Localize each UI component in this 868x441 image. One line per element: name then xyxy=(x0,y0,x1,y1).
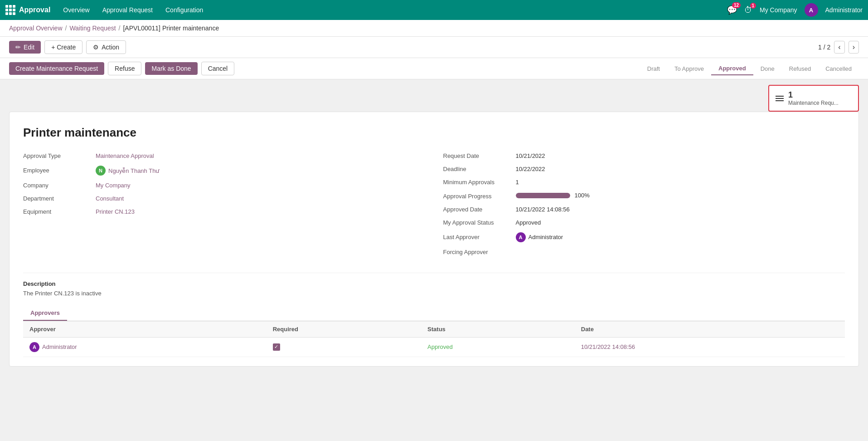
status-approved: Approved xyxy=(711,62,753,75)
tab-header: Approvers xyxy=(23,306,845,321)
employee-avatar: N xyxy=(96,166,106,176)
progress-bar-bg xyxy=(516,193,570,198)
lines-icon xyxy=(776,96,784,101)
prev-page-button[interactable]: ‹ xyxy=(834,41,844,54)
company-value[interactable]: My Company xyxy=(96,182,131,189)
nav-approval-request[interactable]: Approval Request xyxy=(97,4,158,16)
page-info: 1 / 2 xyxy=(818,44,830,51)
field-employee: Employee N Nguyễn Thanh Thư xyxy=(23,166,425,176)
action-bar: Create Maintenance Request Refuse Mark a… xyxy=(0,58,868,79)
approver-cell: A Administrator xyxy=(23,337,267,357)
form-left-col: Approval Type Maintenance Approval Emplo… xyxy=(23,152,425,262)
status-to-approve: To Approve xyxy=(667,63,711,75)
status-cell: Approved xyxy=(421,337,575,357)
progress-container: 100% xyxy=(516,192,590,199)
request-date-value: 10/21/2022 xyxy=(516,152,545,159)
messages-badge: 12 xyxy=(732,2,741,8)
breadcrumb-item-2[interactable]: Waiting Request xyxy=(69,24,116,32)
breadcrumb-item-3: [APVL00011] Printer maintenance xyxy=(123,24,219,32)
progress-bar-fill xyxy=(516,193,570,198)
deadline-value: 10/22/2022 xyxy=(516,166,545,172)
field-minimum-approvals: Minimum Approvals 1 xyxy=(443,179,845,186)
col-date: Date xyxy=(575,321,845,338)
activity-badge: 1 xyxy=(750,3,756,9)
last-approver-field: A Administrator xyxy=(516,232,563,242)
breadcrumb: Approval Overview / Waiting Request / [A… xyxy=(0,20,868,37)
col-approver: Approver xyxy=(23,321,267,338)
required-cell xyxy=(267,337,421,357)
my-approval-status-value: Approved xyxy=(516,219,541,226)
status-bar: Draft To Approve Approved Done Refused C… xyxy=(640,62,859,75)
status-draft: Draft xyxy=(640,63,667,75)
field-last-approver: Last Approver A Administrator xyxy=(443,232,845,242)
grid-icon xyxy=(5,5,15,15)
maintenance-request-panel[interactable]: 1 Maintenance Requ... xyxy=(768,85,859,112)
table-row: A Administrator Approved xyxy=(23,337,845,357)
field-my-approval-status: My Approval Status Approved xyxy=(443,219,845,226)
activity-button[interactable]: ⏱ 1 xyxy=(744,5,752,15)
cancel-button[interactable]: Cancel xyxy=(201,62,235,75)
status-cancelled: Cancelled xyxy=(818,63,859,75)
last-approver-avatar: A xyxy=(516,232,526,242)
approver-name[interactable]: Administrator xyxy=(42,343,77,350)
field-approved-date: Approved Date 10/21/2022 14:08:56 xyxy=(443,206,845,213)
edit-icon: ✏ xyxy=(15,44,21,51)
form-columns: Approval Type Maintenance Approval Emplo… xyxy=(23,152,845,262)
top-nav: Approval Overview Approval Request Confi… xyxy=(0,0,868,20)
user-avatar[interactable]: A xyxy=(805,3,818,17)
col-status: Status xyxy=(421,321,575,338)
employee-field: N Nguyễn Thanh Thư xyxy=(96,166,159,176)
minimum-approvals-value: 1 xyxy=(516,179,519,186)
refuse-button[interactable]: Refuse xyxy=(108,62,141,75)
nav-configuration[interactable]: Configuration xyxy=(160,4,209,16)
gear-icon: ⚙ xyxy=(93,44,99,51)
equipment-value[interactable]: Printer CN.123 xyxy=(96,208,135,215)
field-department: Department Consultant xyxy=(23,195,425,202)
next-page-button[interactable]: › xyxy=(849,41,859,54)
breadcrumb-item-1[interactable]: Approval Overview xyxy=(9,24,63,32)
field-company: Company My Company xyxy=(23,182,425,189)
top-nav-right: 💬 12 ⏱ 1 My Company A Administrator xyxy=(727,3,863,17)
approved-date-value: 10/21/2022 14:08:56 xyxy=(516,206,570,213)
form-card: Printer maintenance Approval Type Mainte… xyxy=(9,112,859,367)
field-deadline: Deadline 10/22/2022 xyxy=(443,166,845,172)
breadcrumb-sep-1: / xyxy=(65,24,67,32)
breadcrumb-sep-2: / xyxy=(119,24,121,32)
approver-avatar: A xyxy=(29,342,39,352)
create-maintenance-button[interactable]: Create Maintenance Request xyxy=(9,62,104,75)
action-button[interactable]: ⚙ Action xyxy=(86,40,126,54)
approval-type-value[interactable]: Maintenance Approval xyxy=(96,152,154,159)
field-forcing-approver: Forcing Approver xyxy=(443,249,845,255)
col-required: Required xyxy=(267,321,421,338)
messages-button[interactable]: 💬 12 xyxy=(727,5,737,15)
approver-employee: A Administrator xyxy=(29,342,260,352)
mark-as-done-button[interactable]: Mark as Done xyxy=(145,62,197,75)
main-content: 1 Maintenance Requ... Printer maintenanc… xyxy=(0,79,868,376)
required-checkbox xyxy=(273,343,280,351)
employee-value[interactable]: Nguyễn Thanh Thư xyxy=(108,167,159,174)
toolbar: ✏ Edit + Create ⚙ Action 1 / 2 ‹ › xyxy=(0,37,868,58)
description-section: Description The Printer CN.123 is inacti… xyxy=(23,273,845,297)
pagination: 1 / 2 ‹ › xyxy=(818,41,859,54)
app-icon[interactable]: Approval xyxy=(5,5,50,15)
approvers-table: Approver Required Status Date A xyxy=(23,321,845,357)
description-text: The Printer CN.123 is inactive xyxy=(23,290,845,297)
user-name[interactable]: Administrator xyxy=(825,6,863,14)
department-value[interactable]: Consultant xyxy=(96,195,124,202)
create-button[interactable]: + Create xyxy=(44,40,82,54)
tab-section: Approvers Approver Required Status Date xyxy=(23,306,845,357)
field-equipment: Equipment Printer CN.123 xyxy=(23,208,425,215)
form-right-col: Request Date 10/21/2022 Deadline 10/22/2… xyxy=(443,152,845,262)
form-title: Printer maintenance xyxy=(23,126,845,140)
panel-info: 1 Maintenance Requ... xyxy=(788,90,839,106)
table-header-row: Approver Required Status Date xyxy=(23,321,845,338)
edit-button[interactable]: ✏ Edit xyxy=(9,41,41,54)
company-name[interactable]: My Company xyxy=(760,6,797,14)
app-name: Approval xyxy=(19,6,50,14)
date-cell: 10/21/2022 14:08:56 xyxy=(575,337,845,357)
last-approver-value: Administrator xyxy=(529,234,563,240)
nav-overview[interactable]: Overview xyxy=(58,4,95,16)
field-approval-type: Approval Type Maintenance Approval xyxy=(23,152,425,159)
status-refused: Refused xyxy=(782,63,818,75)
tab-approvers[interactable]: Approvers xyxy=(23,306,67,321)
